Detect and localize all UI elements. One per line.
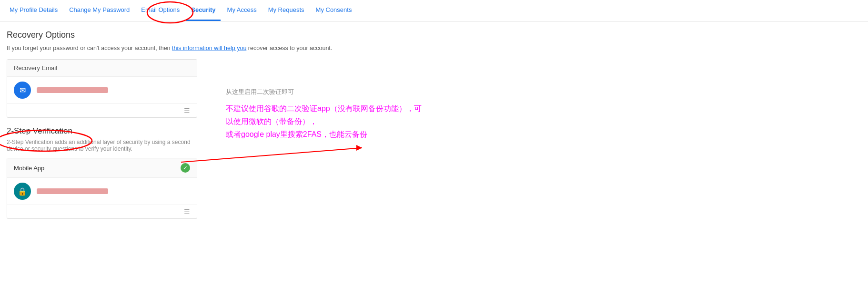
two-step-desc: 2-Step Verification adds an additional l… [7, 139, 207, 152]
nav-item-security[interactable]: Security [186, 0, 220, 21]
annotation-line1: 不建议使用谷歌的二次验证app（没有联网备份功能），可以使用微软的（带备份）， [226, 104, 422, 125]
desc-text1: If you forget your password or can't acc… [7, 45, 172, 52]
annotation-chinese-short: 从这里启用二次验证即可 [226, 88, 422, 96]
delete-recovery-email-button[interactable]: ☰ [184, 107, 190, 114]
mobile-app-header: Mobile App ✓ [7, 158, 197, 178]
two-col-layout: Recovery Email ✉ ☰ 2-Step Verification 2… [7, 59, 422, 227]
mobile-app-row: 🔒 [7, 178, 197, 205]
mobile-app-card: Mobile App ✓ 🔒 ☰ [7, 158, 197, 219]
recovery-email-footer: ☰ [7, 103, 197, 117]
lock-icon: 🔒 [14, 183, 31, 200]
right-column: 从这里启用二次验证即可 不建议使用谷歌的二次验证app（没有联网备份功能），可以… [207, 59, 422, 227]
nav-item-my-access[interactable]: My Access [222, 0, 262, 21]
desc-text2: recover access to your account. [246, 45, 332, 52]
nav-item-my-profile[interactable]: My Profile Details [5, 0, 62, 21]
page-title: Recovery Options [7, 30, 422, 40]
nav-item-email-options[interactable]: Email Options [136, 0, 184, 21]
recovery-email-row: ✉ [7, 77, 197, 103]
desc-link[interactable]: this information will help you [172, 45, 246, 52]
recovery-email-header: Recovery Email [7, 60, 197, 77]
mobile-app-footer: ☰ [7, 205, 197, 218]
mobile-app-label: Mobile App [14, 165, 44, 172]
left-column: Recovery Email ✉ ☰ 2-Step Verification 2… [7, 59, 207, 227]
mobile-app-redacted-value [37, 188, 108, 194]
annotation-chinese-main: 不建议使用谷歌的二次验证app（没有联网备份功能），可以使用微软的（带备份）， … [226, 102, 422, 141]
delete-mobile-app-button[interactable]: ☰ [184, 208, 190, 216]
annotation-line2: 或者google play里搜索2FAS，也能云备份 [226, 130, 367, 138]
nav-item-my-consents[interactable]: My Consents [311, 0, 357, 21]
email-redacted-value [37, 87, 108, 93]
two-step-section: 2-Step Verification 2-Step Verification … [7, 126, 207, 219]
main-content: Recovery Options If you forget your pass… [0, 21, 429, 235]
nav-item-my-requests[interactable]: My Requests [263, 0, 309, 21]
page-description: If you forget your password or can't acc… [7, 45, 422, 52]
nav-item-change-password[interactable]: Change My Password [64, 0, 134, 21]
recovery-email-card: Recovery Email ✉ ☰ [7, 59, 197, 118]
mobile-app-verified-icon: ✓ [181, 163, 190, 173]
email-icon: ✉ [14, 82, 31, 99]
nav-bar: My Profile Details Change My Password Em… [0, 0, 868, 21]
two-step-title: 2-Step Verification [7, 126, 207, 136]
